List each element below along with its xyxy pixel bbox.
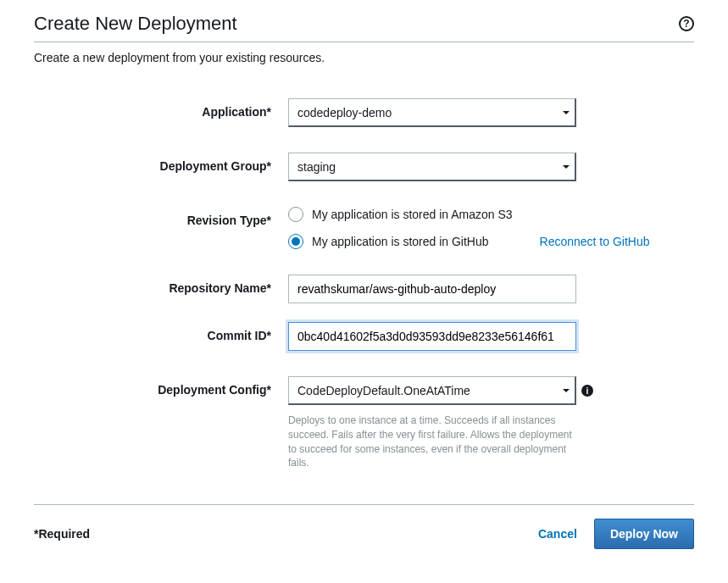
deployment-config-label: Deployment Config*	[34, 376, 288, 397]
chevron-down-icon	[563, 389, 570, 392]
deploy-now-button[interactable]: Deploy Now	[594, 519, 694, 549]
revision-s3-label[interactable]: My application is stored in Amazon S3	[312, 208, 513, 221]
deployment-group-label: Deployment Group*	[34, 153, 288, 173]
deployment-config-select[interactable]: CodeDeployDefault.OneAtATime	[288, 376, 576, 405]
reconnect-github-link[interactable]: Reconnect to GitHub	[540, 235, 650, 248]
required-note: *Required	[34, 527, 90, 541]
application-select[interactable]: codedeploy-demo	[288, 98, 576, 127]
deployment-config-hint: Deploys to one instance at a time. Succe…	[288, 414, 576, 470]
page-title: Create New Deployment	[34, 13, 237, 35]
application-value: codedeploy-demo	[297, 106, 392, 119]
deployment-group-value: staging	[297, 160, 336, 174]
help-icon[interactable]: ?	[679, 16, 694, 31]
deployment-config-value: CodeDeployDefault.OneAtATime	[297, 384, 470, 397]
application-label: Application*	[34, 98, 288, 119]
repository-name-label: Repository Name*	[34, 275, 288, 295]
cancel-button[interactable]: Cancel	[538, 527, 577, 541]
info-icon[interactable]: i	[581, 385, 593, 397]
deployment-group-select[interactable]: staging	[288, 153, 576, 181]
revision-s3-radio[interactable]	[288, 207, 303, 222]
revision-type-label: Revision Type*	[34, 207, 288, 227]
page-subtitle: Create a new deployment from your existi…	[34, 51, 694, 64]
chevron-down-icon	[563, 111, 570, 114]
commit-id-label: Commit ID*	[34, 322, 288, 342]
repository-name-input[interactable]	[288, 275, 576, 303]
revision-github-radio[interactable]	[288, 234, 303, 249]
revision-github-label[interactable]: My application is stored in GitHub	[312, 235, 489, 248]
chevron-down-icon	[563, 165, 570, 169]
commit-id-input[interactable]	[288, 322, 576, 351]
